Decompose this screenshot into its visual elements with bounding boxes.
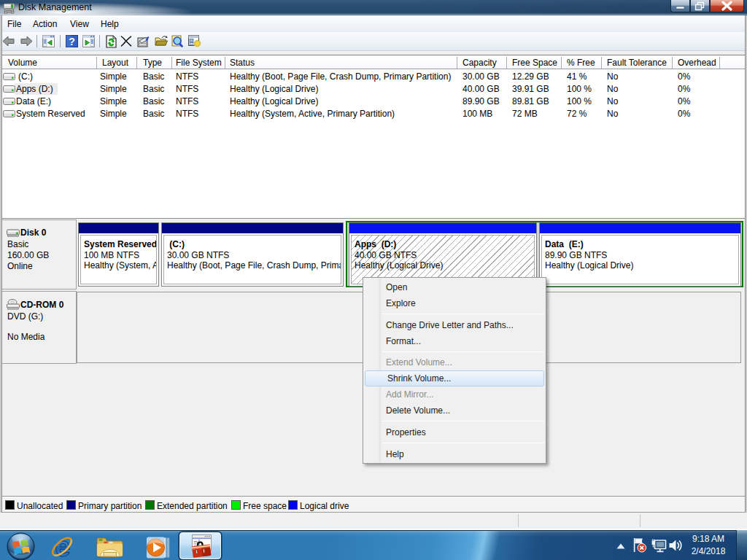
- svg-text:?: ?: [69, 36, 75, 47]
